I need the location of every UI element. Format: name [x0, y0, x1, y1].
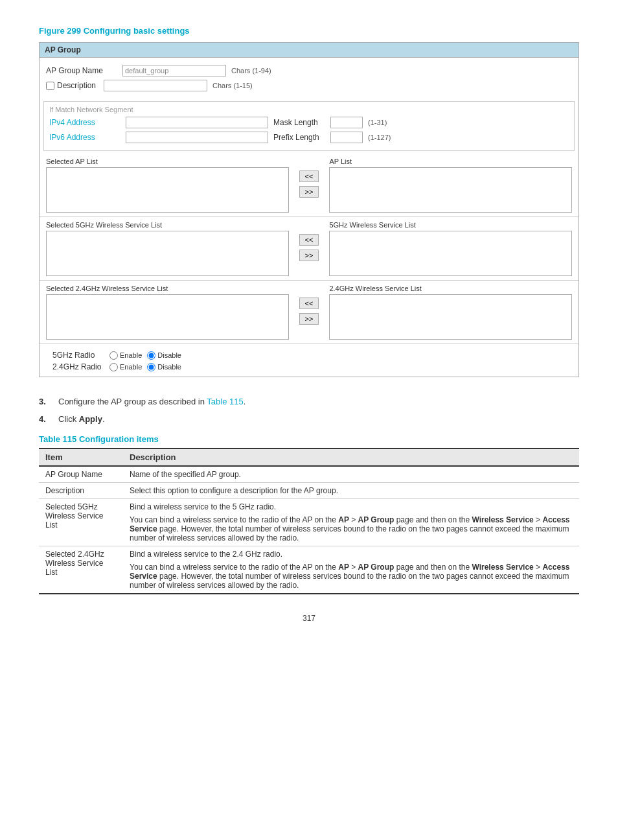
page-number: 317 — [39, 614, 579, 623]
description-input[interactable] — [104, 80, 207, 91]
ipv6-label: IPv6 Address — [49, 133, 120, 142]
5ghz-enable-radio[interactable] — [109, 351, 118, 360]
5ghz-disable-radio[interactable] — [147, 351, 155, 360]
24ghz-disable-radio[interactable] — [147, 363, 155, 371]
table-row: Selected 2.4GHzWireless ServiceList Bind… — [39, 546, 579, 594]
desc-ap-group-name: Name of the specified AP group. — [123, 466, 579, 483]
24ghz-enable-radio[interactable] — [109, 363, 118, 371]
5ghz-enable-label: Enable — [120, 351, 142, 359]
ap-transfer-buttons: << >> — [295, 158, 323, 198]
table-row: Selected 5GHzWireless ServiceList Bind a… — [39, 499, 579, 546]
selected-24ghz-container: Selected 2.4GHz Wireless Service List — [46, 285, 289, 340]
table-115-link[interactable]: Table 115 — [207, 397, 243, 406]
24ghz-radio-label: 2.4GHz Radio — [52, 362, 104, 371]
col-header-item: Item — [39, 449, 123, 466]
24ghz-enable-label: Enable — [120, 363, 142, 371]
selected-24ghz-label: Selected 2.4GHz Wireless Service List — [46, 285, 289, 292]
table-row: Description Select this option to config… — [39, 483, 579, 499]
24ghz-move-right-button[interactable]: >> — [299, 313, 319, 325]
figure-title: Figure 299 Configuring basic settings — [39, 26, 579, 36]
mask-label: Mask Length — [273, 118, 325, 127]
ap-group-name-hint: Chars (1-94) — [231, 67, 271, 75]
table-title: Table 115 Configuration items — [39, 434, 579, 444]
item-24ghz-list: Selected 2.4GHzWireless ServiceList — [39, 546, 123, 594]
5ghz-move-left-button[interactable]: << — [299, 234, 319, 246]
ap-group-name-section: AP Group Name Chars (1-94) Description C… — [40, 58, 578, 99]
selected-5ghz-container: Selected 5GHz Wireless Service List — [46, 221, 289, 276]
prefix-label: Prefix Length — [273, 133, 325, 142]
5ghz-list-section: Selected 5GHz Wireless Service List << >… — [40, 217, 578, 281]
radio-section: 5GHz Radio Enable Disable 2.4GHz Radio E… — [40, 344, 578, 377]
item-description: Description — [39, 483, 123, 499]
step-3: 3. Configure the AP group as described i… — [39, 397, 579, 406]
5ghz-list-box[interactable] — [329, 231, 572, 276]
5ghz-disable-label: Disable — [157, 351, 181, 359]
ap-move-right-button[interactable]: >> — [299, 186, 319, 198]
mask-hint: (1-31) — [368, 119, 387, 126]
prefix-input[interactable] — [330, 132, 363, 143]
5ghz-list-container: 5GHz Wireless Service List — [329, 221, 572, 276]
ap-list-container: AP List — [329, 158, 572, 213]
ap-group-name-label: AP Group Name — [46, 66, 117, 75]
ap-group-name-row: AP Group Name Chars (1-94) — [46, 65, 572, 76]
24ghz-list-label: 2.4GHz Wireless Service List — [329, 285, 572, 292]
ap-list-section: Selected AP List << >> AP List — [40, 154, 578, 217]
ap-move-left-button[interactable]: << — [299, 170, 319, 182]
24ghz-list-container: 2.4GHz Wireless Service List — [329, 285, 572, 340]
config-table: Item Description AP Group Name Name of t… — [39, 448, 579, 594]
network-segment-section: If Match Network Segment IPv4 Address Ma… — [43, 101, 575, 151]
24ghz-move-left-button[interactable]: << — [299, 298, 319, 309]
network-segment-header: If Match Network Segment — [49, 106, 569, 113]
table-row: AP Group Name Name of the specified AP g… — [39, 466, 579, 483]
step-3-text: Configure the AP group as described in T… — [58, 397, 246, 406]
description-hint: Chars (1-15) — [212, 82, 253, 89]
selected-ap-list-container: Selected AP List — [46, 158, 289, 213]
24ghz-radio-row: 2.4GHz Radio Enable Disable — [52, 362, 566, 371]
5ghz-enable-option: Enable — [109, 351, 142, 360]
ipv4-label: IPv4 Address — [49, 118, 120, 127]
24ghz-disable-option: Disable — [147, 363, 181, 371]
prefix-hint: (1-127) — [368, 134, 391, 141]
description-checkbox-label: Description — [46, 81, 96, 90]
ipv4-input[interactable] — [126, 117, 268, 128]
selected-ap-list-label: Selected AP List — [46, 158, 289, 165]
5ghz-move-right-button[interactable]: >> — [299, 250, 319, 261]
selected-5ghz-label: Selected 5GHz Wireless Service List — [46, 221, 289, 229]
desc-24ghz-list: Bind a wireless service to the 2.4 GHz r… — [123, 546, 579, 594]
selected-ap-list-box[interactable] — [46, 167, 289, 213]
selected-24ghz-list-box[interactable] — [46, 294, 289, 340]
5ghz-radio-label: 5GHz Radio — [52, 351, 104, 360]
ipv4-row: IPv4 Address Mask Length (1-31) — [49, 117, 569, 128]
24ghz-transfer-buttons: << >> — [295, 285, 323, 325]
apply-bold: Apply — [79, 414, 102, 424]
desc-description: Select this option to configure a descri… — [123, 483, 579, 499]
description-label: Description — [57, 81, 96, 90]
step-4: 4. Click Apply. — [39, 414, 579, 424]
description-checkbox[interactable] — [46, 82, 54, 90]
24ghz-list-box[interactable] — [329, 294, 572, 340]
step-4-text: Click Apply. — [58, 414, 105, 424]
5ghz-list-label: 5GHz Wireless Service List — [329, 221, 572, 229]
5ghz-disable-option: Disable — [147, 351, 181, 360]
config-form-box: AP Group AP Group Name Chars (1-94) Desc… — [39, 42, 579, 377]
col-header-description: Description — [123, 449, 579, 466]
ap-group-header: AP Group — [40, 43, 578, 58]
ap-list-label: AP List — [329, 158, 572, 165]
24ghz-disable-label: Disable — [157, 363, 181, 371]
mask-input[interactable] — [330, 117, 363, 128]
selected-5ghz-list-box[interactable] — [46, 231, 289, 276]
5ghz-transfer-buttons: << >> — [295, 221, 323, 261]
item-ap-group-name: AP Group Name — [39, 466, 123, 483]
ap-list-box[interactable] — [329, 167, 572, 213]
ap-group-name-input[interactable] — [122, 65, 226, 76]
ipv6-row: IPv6 Address Prefix Length (1-127) — [49, 132, 569, 143]
24ghz-list-section: Selected 2.4GHz Wireless Service List <<… — [40, 281, 578, 344]
desc-5ghz-list: Bind a wireless service to the 5 GHz rad… — [123, 499, 579, 546]
description-row: Description Chars (1-15) — [46, 80, 572, 91]
5ghz-radio-row: 5GHz Radio Enable Disable — [52, 351, 566, 360]
24ghz-enable-option: Enable — [109, 363, 142, 371]
item-5ghz-list: Selected 5GHzWireless ServiceList — [39, 499, 123, 546]
ipv6-input[interactable] — [126, 132, 268, 143]
step-4-num: 4. — [39, 414, 52, 424]
step-3-num: 3. — [39, 397, 52, 406]
